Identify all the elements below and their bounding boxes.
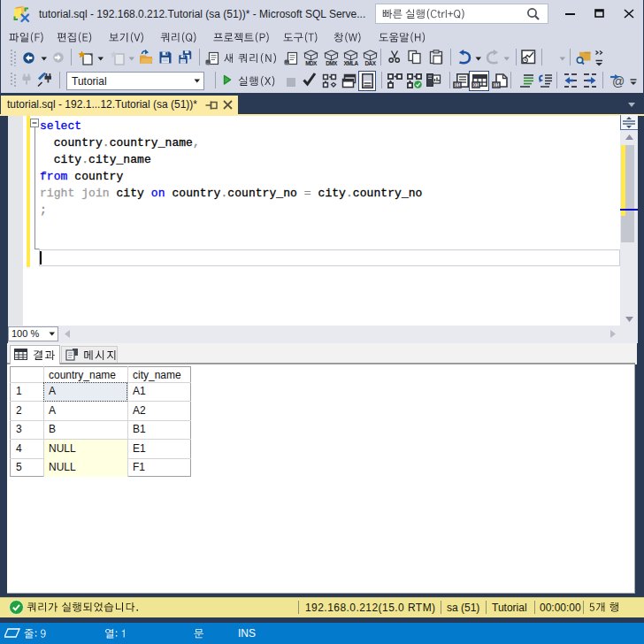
- svg-text:DMX: DMX: [326, 60, 338, 66]
- svg-text:DAX: DAX: [364, 60, 376, 66]
- svg-text:MDX: MDX: [305, 60, 318, 66]
- svg-text:01: 01: [455, 82, 460, 88]
- svg-text:XMLA: XMLA: [343, 60, 358, 66]
- svg-text:01: 01: [473, 82, 479, 88]
- svg-text:01: 01: [494, 82, 499, 88]
